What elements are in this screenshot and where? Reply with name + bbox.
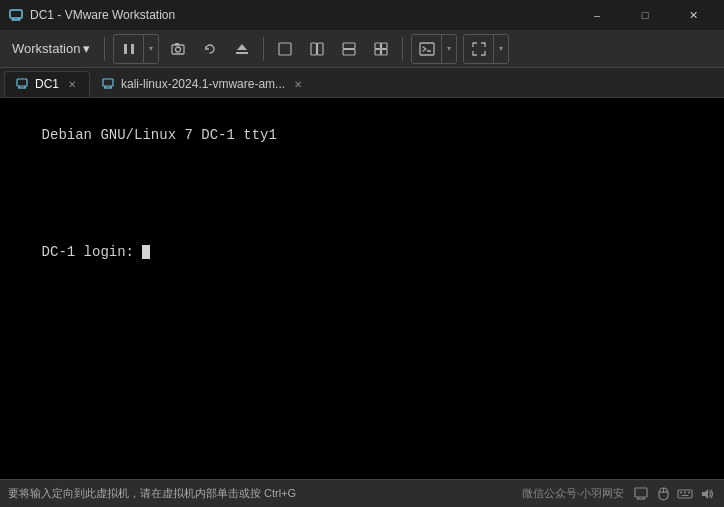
console-cursor	[142, 245, 150, 259]
workstation-dropdown-arrow: ▾	[83, 41, 90, 56]
pause-group: ▾	[113, 34, 159, 64]
svg-rect-4	[124, 44, 127, 54]
svg-rect-0	[10, 10, 22, 18]
window-title: DC1 - VMware Workstation	[30, 8, 574, 22]
svg-rect-6	[172, 45, 184, 54]
toolbar-separator-3	[402, 37, 403, 61]
console-button[interactable]	[412, 35, 442, 63]
status-hint: 要将输入定向到此虚拟机，请在虚拟机内部单击或按 Ctrl+G	[8, 486, 522, 501]
svg-rect-8	[175, 43, 179, 45]
view-button-1[interactable]	[270, 35, 300, 63]
view-button-3[interactable]	[334, 35, 364, 63]
svg-rect-18	[375, 49, 381, 55]
console-line3: DC-1 login:	[42, 244, 143, 260]
status-audio-icon[interactable]	[698, 485, 716, 503]
tab-dc1[interactable]: DC1 ✕	[4, 71, 90, 97]
svg-rect-5	[131, 44, 134, 54]
toolbar-separator-2	[263, 37, 264, 61]
window-controls: – □ ✕	[574, 0, 716, 30]
tab-kali[interactable]: kali-linux-2024.1-vmware-am... ✕	[90, 71, 316, 97]
svg-rect-19	[382, 49, 388, 55]
console-line1: Debian GNU/Linux 7 DC-1 tty1	[42, 127, 277, 143]
status-icons	[632, 485, 716, 503]
tab-kali-close[interactable]: ✕	[291, 77, 305, 91]
svg-rect-26	[103, 79, 113, 86]
tab-dc1-icon	[15, 77, 29, 91]
console-output: Debian GNU/Linux 7 DC-1 tty1 DC-1 login:	[0, 98, 724, 290]
tab-dc1-label: DC1	[35, 77, 59, 91]
title-bar: DC1 - VMware Workstation – □ ✕	[0, 0, 724, 30]
tab-kali-icon	[101, 77, 115, 91]
tab-dc1-close[interactable]: ✕	[65, 77, 79, 91]
svg-rect-16	[375, 43, 381, 49]
status-keyboard-icon[interactable]	[676, 485, 694, 503]
svg-rect-15	[343, 49, 355, 55]
status-right: 微信公众号·小羽网安	[522, 485, 716, 503]
svg-rect-14	[343, 43, 355, 49]
tab-kali-label: kali-linux-2024.1-vmware-am...	[121, 77, 285, 91]
toolbar: Workstation ▾ ▾	[0, 30, 724, 68]
maximize-button[interactable]: □	[622, 0, 668, 30]
svg-rect-12	[311, 43, 317, 55]
app-icon	[8, 7, 24, 23]
svg-rect-22	[17, 79, 27, 86]
svg-rect-20	[420, 43, 434, 55]
watermark-text: 微信公众号·小羽网安	[522, 486, 624, 501]
tab-bar: DC1 ✕ kali-linux-2024.1-vmware-am... ✕	[0, 68, 724, 98]
svg-rect-9	[236, 52, 248, 54]
view-button-2[interactable]	[302, 35, 332, 63]
workstation-label: Workstation	[12, 41, 80, 56]
pause-button[interactable]	[114, 35, 144, 63]
svg-rect-17	[382, 43, 388, 49]
status-bar: 要将输入定向到此虚拟机，请在虚拟机内部单击或按 Ctrl+G 微信公众号·小羽网…	[0, 479, 724, 507]
snapshot-button[interactable]	[163, 35, 193, 63]
svg-marker-10	[237, 44, 247, 50]
svg-marker-42	[702, 489, 708, 499]
suspend-button[interactable]	[227, 35, 257, 63]
fullscreen-group: ▾	[463, 34, 509, 64]
svg-rect-11	[279, 43, 291, 55]
fullscreen-dropdown[interactable]: ▾	[494, 35, 508, 63]
view-button-4[interactable]	[366, 35, 396, 63]
workstation-menu-button[interactable]: Workstation ▾	[4, 37, 98, 60]
svg-rect-37	[678, 490, 692, 498]
console-dropdown[interactable]: ▾	[442, 35, 456, 63]
console-area[interactable]: Debian GNU/Linux 7 DC-1 tty1 DC-1 login:	[0, 98, 724, 479]
status-mouse-icon[interactable]	[654, 485, 672, 503]
close-button[interactable]: ✕	[670, 0, 716, 30]
svg-point-7	[176, 47, 181, 52]
revert-button[interactable]	[195, 35, 225, 63]
pause-dropdown[interactable]: ▾	[144, 35, 158, 63]
fullscreen-button[interactable]	[464, 35, 494, 63]
toolbar-separator-1	[104, 37, 105, 61]
minimize-button[interactable]: –	[574, 0, 620, 30]
status-vm-icon[interactable]	[632, 485, 650, 503]
console-group: ▾	[411, 34, 457, 64]
svg-rect-13	[318, 43, 324, 55]
svg-rect-30	[635, 488, 647, 497]
